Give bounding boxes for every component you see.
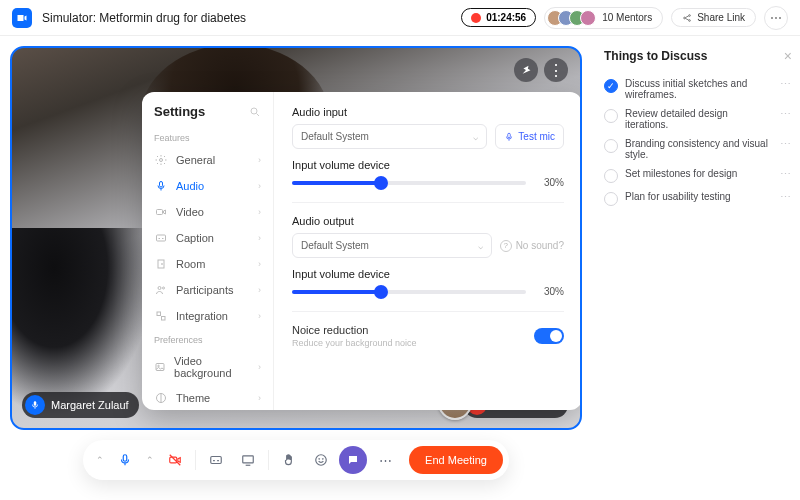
item-more-button[interactable]: ⋯ xyxy=(780,191,792,204)
svg-point-24 xyxy=(316,455,327,466)
svg-rect-7 xyxy=(157,235,166,241)
control-dock: ⌃ ⌃ ⋯ End Meeting xyxy=(83,440,509,480)
svg-point-26 xyxy=(323,459,324,460)
output-volume-slider[interactable] xyxy=(292,290,526,294)
discuss-panel: Things to Discuss × Discuss initial sket… xyxy=(592,36,800,500)
settings-sidebar: Settings Features General› Audio› Video›… xyxy=(142,92,274,410)
recording-timer[interactable]: 01:24:56 xyxy=(461,8,536,27)
svg-point-11 xyxy=(163,287,165,289)
camera-icon xyxy=(154,205,168,219)
share-screen-button[interactable] xyxy=(234,446,262,474)
svg-point-3 xyxy=(251,108,257,114)
discuss-item[interactable]: Branding consistency and visual style.⋯ xyxy=(604,134,792,164)
svg-rect-20 xyxy=(123,455,127,461)
settings-search-icon[interactable] xyxy=(249,106,261,118)
settings-title: Settings xyxy=(154,104,205,119)
mentor-avatars xyxy=(547,10,596,26)
discuss-item[interactable]: Plan for usability testing⋯ xyxy=(604,187,792,210)
mentors-label: 10 Mentors xyxy=(602,12,652,23)
chevron-down-icon: ⌵ xyxy=(473,132,478,142)
share-label: Share Link xyxy=(697,12,745,23)
svg-point-0 xyxy=(684,17,686,19)
svg-point-15 xyxy=(158,365,160,367)
pin-button[interactable] xyxy=(514,58,538,82)
settings-item-theme[interactable]: Theme› xyxy=(142,385,273,410)
svg-rect-12 xyxy=(157,312,161,316)
end-meeting-button[interactable]: End Meeting xyxy=(409,446,503,474)
svg-point-10 xyxy=(158,287,161,290)
video-options-button[interactable]: ⋮ xyxy=(544,58,568,82)
close-panel-button[interactable]: × xyxy=(784,48,792,64)
noise-reduction-toggle[interactable] xyxy=(534,328,564,344)
svg-rect-5 xyxy=(160,182,163,188)
svg-rect-17 xyxy=(508,133,511,138)
more-options-button[interactable]: ⋯ xyxy=(764,6,788,30)
settings-modal: Settings Features General› Audio› Video›… xyxy=(142,92,582,410)
item-more-button[interactable]: ⋯ xyxy=(780,78,792,91)
settings-item-caption[interactable]: Caption› xyxy=(142,225,273,251)
chat-button[interactable] xyxy=(339,446,367,474)
mentors-button[interactable]: 10 Mentors xyxy=(544,7,663,29)
caption-icon xyxy=(154,231,168,245)
input-volume-value: 30% xyxy=(536,177,564,188)
gear-icon xyxy=(154,153,168,167)
item-more-button[interactable]: ⋯ xyxy=(780,108,792,121)
discuss-item[interactable]: Set milestones for design⋯ xyxy=(604,164,792,187)
noise-reduction-sublabel: Reduce your background noice xyxy=(292,338,534,348)
checkbox-icon[interactable] xyxy=(604,192,618,206)
features-group-label: Features xyxy=(142,127,273,147)
settings-item-video[interactable]: Video› xyxy=(142,199,273,225)
svg-point-9 xyxy=(162,264,163,265)
svg-point-25 xyxy=(319,459,320,460)
svg-rect-23 xyxy=(243,456,254,463)
users-icon xyxy=(154,283,168,297)
checkbox-icon[interactable] xyxy=(604,169,618,183)
output-volume-label: Input volume device xyxy=(292,268,564,280)
checkbox-icon[interactable] xyxy=(604,109,618,123)
no-sound-link[interactable]: ? No sound? xyxy=(500,240,564,252)
record-icon xyxy=(471,13,481,23)
settings-item-room[interactable]: Room› xyxy=(142,251,273,277)
discuss-item[interactable]: Review detailed design iterations.⋯ xyxy=(604,104,792,134)
participant-pill-main: Margaret Zulauf xyxy=(22,392,139,418)
audio-input-label: Audio input xyxy=(292,106,564,118)
item-more-button[interactable]: ⋯ xyxy=(780,138,792,151)
dock-more-button[interactable]: ⋯ xyxy=(371,446,399,474)
discuss-item[interactable]: Discuss initial sketches and wireframes.… xyxy=(604,74,792,104)
input-volume-label: Input volume device xyxy=(292,159,564,171)
app-logo[interactable] xyxy=(12,8,32,28)
settings-item-general[interactable]: General› xyxy=(142,147,273,173)
raise-hand-button[interactable] xyxy=(275,446,303,474)
camera-options-chevron[interactable]: ⌃ xyxy=(143,455,157,465)
palette-icon xyxy=(154,391,168,405)
input-volume-slider[interactable] xyxy=(292,181,526,185)
svg-rect-22 xyxy=(211,457,222,464)
audio-input-select[interactable]: Default System ⌵ xyxy=(292,124,487,149)
settings-content: Audio input Default System ⌵ Test mic In… xyxy=(274,92,582,410)
mic-toggle-button[interactable] xyxy=(111,446,139,474)
camera-toggle-button[interactable] xyxy=(161,446,189,474)
settings-item-integration[interactable]: Integration› xyxy=(142,303,273,329)
settings-item-participants[interactable]: Participants› xyxy=(142,277,273,303)
mic-on-icon xyxy=(25,395,45,415)
settings-item-audio[interactable]: Audio› xyxy=(142,173,273,199)
image-icon xyxy=(154,360,166,374)
test-mic-button[interactable]: Test mic xyxy=(495,124,564,149)
checkbox-checked-icon[interactable] xyxy=(604,79,618,93)
main-video-frame: ⋮ Settings Features General› A xyxy=(10,46,582,430)
output-volume-value: 30% xyxy=(536,286,564,297)
top-bar: Simulator: Metformin drug for diabetes 0… xyxy=(0,0,800,36)
settings-item-video-bg[interactable]: Video background› xyxy=(142,349,273,385)
checkbox-icon[interactable] xyxy=(604,139,618,153)
item-more-button[interactable]: ⋯ xyxy=(780,168,792,181)
caption-button[interactable] xyxy=(202,446,230,474)
audio-output-label: Audio output xyxy=(292,215,564,227)
svg-rect-6 xyxy=(157,210,163,215)
share-link-button[interactable]: Share Link xyxy=(671,8,756,27)
emoji-button[interactable] xyxy=(307,446,335,474)
audio-output-select[interactable]: Default System ⌵ xyxy=(292,233,492,258)
svg-point-2 xyxy=(689,19,691,21)
mic-options-chevron[interactable]: ⌃ xyxy=(93,455,107,465)
svg-rect-14 xyxy=(156,364,164,371)
svg-point-1 xyxy=(689,14,691,16)
